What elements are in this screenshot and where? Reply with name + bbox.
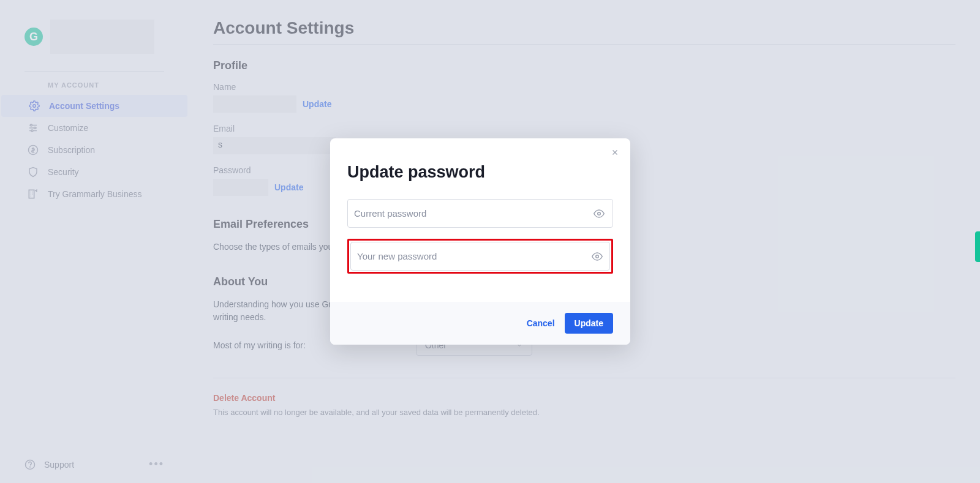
eye-icon[interactable]: [592, 251, 603, 262]
close-icon[interactable]: [611, 148, 619, 157]
new-password-input[interactable]: [350, 242, 610, 271]
modal-footer: Cancel Update: [330, 302, 630, 345]
svg-point-14: [596, 255, 599, 258]
feedback-tab[interactable]: [975, 231, 980, 262]
modal-title: Update password: [347, 163, 613, 182]
new-password-field: [347, 239, 613, 274]
current-password-field: [347, 199, 613, 228]
update-button[interactable]: Update: [565, 313, 613, 334]
svg-point-13: [598, 212, 601, 215]
cancel-button[interactable]: Cancel: [527, 318, 555, 328]
update-password-modal: Update password Cancel Update: [330, 138, 630, 345]
eye-icon[interactable]: [594, 208, 605, 219]
current-password-input[interactable]: [347, 199, 613, 228]
